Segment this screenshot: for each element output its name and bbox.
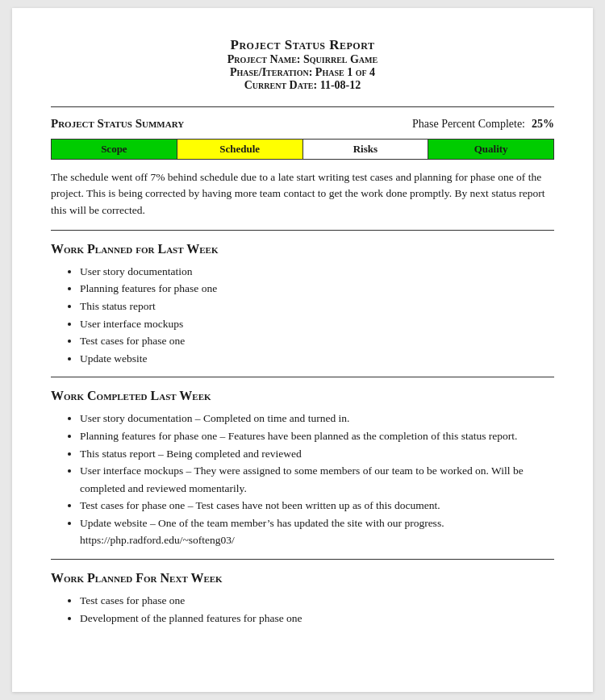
report-title: Project Status Report bbox=[51, 37, 554, 53]
project-name: Project Name: Squirrel Game bbox=[51, 53, 554, 66]
list-item: User story documentation – Completed on … bbox=[80, 410, 554, 427]
list-item: Development of the planned features for … bbox=[80, 610, 554, 627]
work-planned-last-week-list: User story documentation Planning featur… bbox=[51, 263, 554, 368]
scope-cell: Scope bbox=[52, 140, 177, 159]
schedule-cell: Schedule bbox=[177, 140, 303, 159]
list-item: This status report bbox=[80, 298, 554, 315]
status-bar: Scope Schedule Risks Quality bbox=[51, 139, 554, 160]
summary-text: The schedule went off 7% behind schedule… bbox=[51, 169, 554, 219]
page: Project Status Report Project Name: Squi… bbox=[12, 8, 593, 692]
list-item: Planning features for phase one – Featur… bbox=[80, 427, 554, 445]
divider-3 bbox=[51, 559, 554, 560]
phase-percent-value: 25% bbox=[532, 118, 554, 131]
phase-iteration: Phase/Iteration: Phase 1 of 4 bbox=[51, 66, 554, 79]
work-completed-last-week-heading: Work Completed Last Week bbox=[51, 389, 554, 403]
current-date: Current Date: 11-08-12 bbox=[51, 79, 554, 92]
divider-1 bbox=[51, 230, 554, 231]
status-summary-row: Project Status Summary Phase Percent Com… bbox=[51, 117, 554, 131]
status-summary-label: Project Status Summary bbox=[51, 117, 184, 131]
list-item: Update website bbox=[80, 350, 554, 368]
work-completed-last-week-list: User story documentation – Completed on … bbox=[51, 410, 554, 549]
list-item: User interface mockups bbox=[80, 315, 554, 333]
divider-2 bbox=[51, 377, 554, 377]
header: Project Status Report Project Name: Squi… bbox=[51, 37, 554, 92]
list-item: Update website – One of the team member’… bbox=[80, 515, 554, 549]
list-item: Planning features for phase one bbox=[80, 280, 554, 298]
risks-cell: Risks bbox=[303, 140, 429, 159]
list-item: User interface mockups – They were assig… bbox=[80, 462, 554, 497]
work-planned-next-week-list: Test cases for phase one Development of … bbox=[51, 592, 554, 627]
work-planned-next-week-heading: Work Planned For Next Week bbox=[51, 571, 554, 585]
header-divider bbox=[51, 106, 554, 107]
phase-percent: Phase Percent Complete: 25% bbox=[412, 118, 554, 131]
work-planned-last-week-heading: Work Planned for Last Week bbox=[51, 242, 554, 256]
list-item: Test cases for phase one bbox=[80, 332, 554, 350]
quality-cell: Quality bbox=[428, 140, 553, 159]
list-item: Test cases for phase one – Test cases ha… bbox=[80, 497, 554, 515]
list-item: This status report – Being completed and… bbox=[80, 445, 554, 463]
phase-percent-label: Phase Percent Complete: bbox=[412, 118, 525, 131]
list-item: Test cases for phase one bbox=[80, 592, 554, 610]
list-item: User story documentation bbox=[80, 263, 554, 281]
